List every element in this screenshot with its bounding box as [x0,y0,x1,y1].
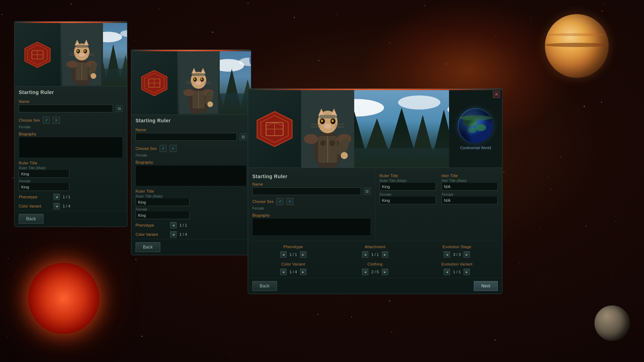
female-icon-3[interactable]: ♀ [286,198,293,205]
right-col-3: Ruler Title Ruler Title (Male) Female He… [375,168,502,240]
color-group-3: Color Variant ◄ 1 / 4 ► [254,262,333,275]
name-input-2[interactable] [136,133,237,141]
ruler-title-female-input-1[interactable] [19,183,69,191]
planet-globe-3 [458,108,493,144]
male-icon-2[interactable]: ♂ [160,145,167,152]
random-btn-1[interactable]: ⚄ [116,105,123,112]
color-next-btn-3[interactable]: ► [300,269,306,275]
evolution-variant-prev-btn-3[interactable]: ◄ [444,269,450,275]
ruler-title-label-2: Ruler Title [136,189,190,193]
attachment-next-btn-3[interactable]: ► [382,251,388,258]
bio-box-1[interactable] [19,137,123,158]
svg-point-97 [332,119,334,122]
back-btn-1[interactable]: Back [19,214,44,224]
svg-point-64 [207,101,213,107]
female-icon-2[interactable]: ♀ [169,145,177,152]
landscape-preview-2 [220,51,251,115]
phenotype-group-3: Phenotype ◄ 1 / 1 ► [254,245,333,258]
bottom-bar-3: Back Next [248,278,502,294]
ruler-title-female-label-2: Female [136,208,190,211]
ruler-title-male-sublabel-3: Ruler Title (Male) [380,179,436,183]
female-sublabel-1: Female [15,125,127,130]
back-btn-3[interactable]: Back [252,281,277,291]
ruler-title-male-sublabel-1: Ruler Title (Male) [19,166,69,170]
phenotype-prev-btn-1[interactable]: ◄ [53,194,60,200]
titles-area-3: Ruler Title Ruler Title (Male) Female He… [375,171,502,207]
svg-point-98 [324,124,331,129]
heir-title-male-sublabel-3: Heir Title (Male) [442,179,498,183]
ruler-title-group-3: Ruler Title Ruler Title (Male) Female [380,174,436,204]
evolution-stage-value-3: 3 / 3 [452,252,462,257]
name-input-1[interactable] [19,105,113,112]
phenotype-prev-btn-2[interactable]: ◄ [170,222,177,228]
svg-marker-34 [119,55,127,87]
ruler-title-input-3[interactable] [380,183,436,191]
clothing-prev-btn-3[interactable]: ◄ [362,269,368,275]
color-prev-btn-1[interactable]: ◄ [53,203,60,209]
two-col-2: Ruler Title Ruler Title (Male) Female [131,188,251,221]
ruler-title-label-1: Ruler Title [19,161,69,165]
clothing-next-btn-3[interactable]: ► [382,269,388,275]
ruler-title-female-input-2[interactable] [136,211,190,219]
ruler-title-input-1[interactable] [19,170,69,178]
color-value-3: 1 / 4 [288,270,299,274]
clothing-stepper-3: ◄ 2 / 5 ► [362,269,388,275]
phenotype-value-3: 1 / 1 [288,252,299,257]
male-icon-3[interactable]: ♂ [276,198,283,205]
landscape-preview-3 [354,90,449,168]
attachment-stepper-3: ◄ 1 / 1 ► [362,251,388,258]
evolution-stage-next-btn-3[interactable]: ► [464,251,470,258]
landscape-preview-1 [103,23,127,86]
portrait-area-1 [15,23,127,87]
heir-title-female-label-3: Female [442,193,498,197]
name-label-1: Name [19,99,123,104]
color-value-2: 1 / 4 [178,232,189,237]
back-btn-2[interactable]: Back [136,242,160,252]
clothing-value-3: 2 / 5 [370,270,380,274]
hex-shape-2 [140,69,168,97]
hex-shape-3 [255,110,294,148]
attachment-prev-btn-3[interactable]: ◄ [362,251,368,258]
phenotype-prev-btn-3[interactable]: ◄ [280,251,287,258]
color-value-1: 1 / 4 [61,204,72,208]
female-icon-1[interactable]: ♀ [53,117,60,124]
bio-label-3: Biography [252,213,371,217]
color-prev-btn-3[interactable]: ◄ [280,269,287,275]
svg-point-86 [329,140,335,146]
ruler-title-group-2: Ruler Title Ruler Title (Male) Female [136,189,190,219]
close-btn-3[interactable]: ✕ [493,91,500,98]
random-btn-3[interactable]: ⚄ [364,188,371,195]
male-icon-1[interactable]: ♂ [43,117,50,124]
form-area-3: Name ⚄ [248,181,375,197]
bio-box-2[interactable] [136,165,247,186]
bio-section-2: Biography [131,159,251,188]
phenotype-label-2: Phenotype [136,223,167,227]
heir-title-input-3[interactable] [442,183,498,191]
random-btn-2[interactable]: ⚄ [240,133,247,140]
section-title-2: Starting Ruler [131,115,251,125]
color-prev-btn-2[interactable]: ◄ [170,231,177,238]
heir-title-female-input-3[interactable] [442,197,498,204]
bio-box-3[interactable] [252,218,371,236]
portrait-area-2 [131,51,251,115]
panel-3: ✕ [248,88,502,294]
next-btn-3[interactable]: Next [474,281,498,291]
evolution-variant-group-3: Evolution Variant ◄ 1 / 1 ► [418,262,496,275]
name-input-3[interactable] [252,187,361,195]
steppers-row1-3: Phenotype ◄ 1 / 1 ► Attachment ◄ 1 / 1 ►… [248,242,502,261]
color-stepper-1: ◄ 1 / 4 [53,203,72,209]
color-stepper-3: ◄ 1 / 4 ► [280,269,306,275]
svg-rect-73 [220,93,251,115]
svg-point-9 [67,61,78,68]
ruler-title-female-input-3[interactable] [380,197,436,204]
ruler-title-input-2[interactable] [136,198,190,206]
evolution-stage-prev-btn-3[interactable]: ◄ [444,251,450,258]
svg-point-108 [398,95,440,110]
phenotype-stepper-1: ◄ 1 / 1 [53,194,72,200]
char-portrait-2 [177,51,220,115]
evolution-stage-group-3: Evolution Stage ◄ 3 / 3 ► [418,245,496,258]
form-area-1: Name ⚄ [15,97,127,115]
phenotype-stepper-2: ◄ 1 / 1 [170,222,189,228]
evolution-variant-next-btn-3[interactable]: ► [464,269,470,275]
phenotype-next-btn-3[interactable]: ► [300,251,306,258]
